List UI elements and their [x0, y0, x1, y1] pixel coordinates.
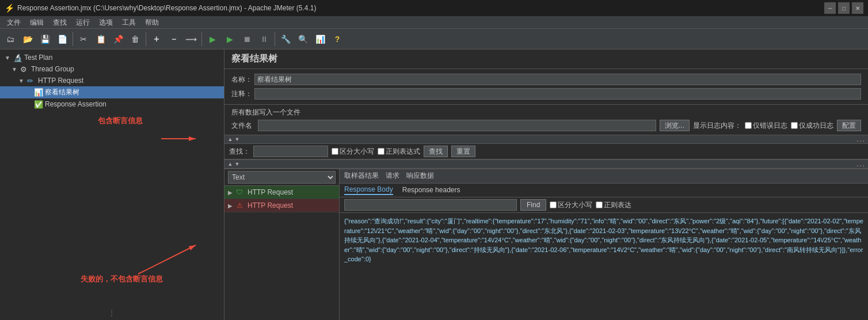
collapse-btn-top-up[interactable]: ▲ [227, 136, 234, 143]
name-row: 名称： [231, 73, 861, 86]
tree-item-http-request[interactable]: ▼ ✏ HTTP Request [0, 75, 224, 86]
browse-button[interactable]: 浏览... [660, 120, 690, 131]
collapse-btn-bot-down[interactable]: ▼ [234, 161, 241, 167]
comment-input[interactable] [254, 88, 861, 100]
window-controls: ─ □ ✕ [824, 2, 863, 14]
tree-icon-response-assertion: ✅ [34, 100, 43, 109]
tree-icon-view-results: 📊 [34, 88, 43, 97]
menu-file[interactable]: 文件 [2, 16, 25, 29]
toolbar-paste[interactable]: 📌 [110, 31, 126, 47]
sample-tabs: 取样器结果 请求 响应数据 [340, 169, 868, 184]
resp-case-label: 区分大小写 [558, 200, 592, 210]
resp-case-checkbox[interactable] [550, 201, 557, 208]
tab-sampler-result[interactable]: 取样器结果 [344, 171, 379, 181]
tab-response-headers[interactable]: Response headers [402, 186, 460, 195]
toolbar-saveas[interactable]: 📄 [54, 31, 70, 47]
restore-button[interactable]: □ [838, 2, 850, 14]
response-panel: 取样器结果 请求 响应数据 Response Body Response hea… [340, 169, 868, 320]
toolbar-start-no-pause[interactable]: ▶ [222, 31, 238, 47]
toolbar-help-btn[interactable]: ? [329, 31, 345, 47]
menu-bar: 文件 编辑 查找 运行 选项 工具 帮助 [0, 16, 868, 29]
menu-find[interactable]: 查找 [48, 16, 71, 29]
error-log-checkbox[interactable] [745, 122, 752, 129]
minimize-button[interactable]: ─ [824, 2, 836, 14]
type-dropdown: Text [224, 169, 339, 186]
collapse-btn-bot-up[interactable]: ▲ [227, 161, 234, 167]
file-input[interactable] [258, 120, 656, 131]
window-title: Response Assertion.jmx (C:\Users\why\Des… [17, 4, 824, 12]
toolbar-add[interactable]: + [149, 31, 165, 47]
find-button[interactable]: 查找 [424, 146, 448, 157]
toolbar-stop[interactable]: ⏹ [239, 31, 255, 47]
title-bar: ⚡ Response Assertion.jmx (C:\Users\why\D… [0, 0, 868, 16]
expand-arrow-success: ▶ [228, 189, 235, 196]
tree-item-view-results[interactable]: 📊 察看结果树 [0, 86, 224, 98]
tree-item-thread-group[interactable]: ▼ ⚙ Thread Group [0, 63, 224, 75]
case-sensitive-check: 区分大小写 [332, 147, 374, 157]
tree-icon-http-request: ✏ [27, 76, 36, 85]
success-log-check: 仅成功日志 [791, 121, 833, 131]
config-button[interactable]: 配置 [837, 120, 861, 131]
collapse-dots-bottom: ... [856, 160, 866, 168]
menu-edit[interactable]: 编辑 [25, 16, 48, 29]
case-sensitive-label: 区分大小写 [340, 147, 374, 157]
toolbar-cut[interactable]: ✂ [75, 31, 92, 47]
toolbar-minus[interactable]: − [166, 31, 182, 47]
menu-help[interactable]: 帮助 [140, 16, 163, 29]
resp-regex-checkbox[interactable] [596, 201, 603, 208]
display-log-label: 显示日志内容： [693, 121, 741, 131]
case-sensitive-checkbox[interactable] [332, 148, 338, 155]
type-select[interactable]: Text [228, 171, 336, 184]
collapse-dots-top: ... [856, 135, 866, 143]
main-layout: ▼ 🔬 Test Plan ▼ ⚙ Thread Group ▼ ✏ HTTP … [0, 49, 868, 320]
success-icon: 🛡 [235, 188, 244, 197]
file-label: 文件名 [231, 121, 252, 131]
regex-checkbox[interactable] [378, 148, 384, 155]
success-log-checkbox[interactable] [791, 122, 798, 129]
request-item-failed[interactable]: ▶ ⚠ HTTP Request [224, 199, 339, 212]
find-btn[interactable]: Find [520, 199, 546, 211]
find-input[interactable] [344, 199, 517, 211]
toolbar-shutdown[interactable]: ⏸ [256, 31, 272, 47]
toolbar-open[interactable]: 📂 [20, 31, 36, 47]
tab-response-data[interactable]: 响应数据 [406, 171, 434, 181]
response-content: {"reason":"查询成功!","result":{"city":"厦门",… [340, 213, 868, 320]
tab-response-body[interactable]: Response Body [344, 185, 393, 195]
menu-options[interactable]: 选项 [94, 16, 117, 29]
request-item-success[interactable]: ▶ 🛡 HTTP Request [224, 186, 339, 199]
tab-request[interactable]: 请求 [386, 171, 399, 181]
tree-item-test-plan[interactable]: ▼ 🔬 Test Plan [0, 52, 224, 63]
toolbar-save[interactable]: 💾 [37, 31, 53, 47]
tree-label-response-assertion: Response Assertion [45, 100, 106, 108]
tree-item-response-assertion[interactable]: ✅ Response Assertion [0, 98, 224, 110]
search-input[interactable] [253, 146, 328, 157]
response-text: {"reason":"查询成功!","result":{"city":"厦门",… [344, 218, 863, 262]
form-area: 名称： 注释： [224, 69, 868, 104]
toolbar-arrow[interactable]: ⟿ [183, 31, 199, 47]
collapse-bar-top: ▲ ▼ ... [224, 135, 868, 144]
regex-check: 正则表达式 [378, 147, 420, 157]
right-panel: 察看结果树 名称： 注释： 所有数据写入一个文件 文件名 浏览... 显示日志内… [224, 49, 868, 320]
close-button[interactable]: ✕ [852, 2, 863, 14]
search-bar: 查找： 区分大小写 正则表达式 查找 重置 [224, 144, 868, 159]
toolbar-delete[interactable]: 🗑 [127, 31, 143, 47]
toolbar-separator-4 [275, 32, 275, 46]
toolbar-template[interactable]: 📊 [312, 31, 328, 47]
name-input[interactable] [254, 74, 861, 85]
toolbar-copy[interactable]: 📋 [93, 31, 109, 47]
reset-button[interactable]: 重置 [451, 146, 475, 157]
toolbar-start[interactable]: ▶ [204, 31, 220, 47]
collapse-btn-top-down[interactable]: ▼ [234, 136, 241, 143]
response-sub-tabs: Response Body Response headers [340, 184, 868, 197]
menu-tools[interactable]: 工具 [117, 16, 140, 29]
expand-icon-http-request: ▼ [18, 78, 25, 84]
section-title: 察看结果树 [224, 49, 868, 69]
menu-run[interactable]: 运行 [71, 16, 94, 29]
tree-icon-thread-group: ⚙ [20, 64, 29, 74]
toolbar-new[interactable]: 🗂 [2, 31, 18, 47]
file-row: 文件名 浏览... 显示日志内容： 仅错误日志 仅成功日志 配置 [231, 119, 861, 132]
toolbar-remote[interactable]: 🔧 [277, 31, 294, 47]
toolbar-remote2[interactable]: 🔍 [295, 31, 311, 47]
request-label-success: HTTP Request [248, 188, 293, 196]
search-label: 查找： [229, 147, 250, 157]
